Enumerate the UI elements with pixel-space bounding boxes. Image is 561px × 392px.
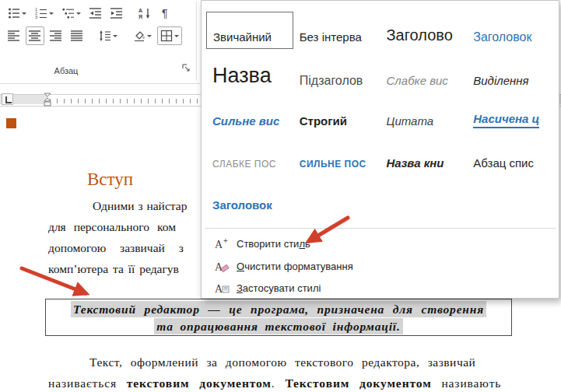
line-spacing-button[interactable]	[96, 26, 121, 45]
bullets-button[interactable]	[5, 4, 30, 23]
svg-text:А: А	[138, 8, 142, 13]
tab-stop-icon	[5, 96, 12, 103]
menu-separator	[205, 228, 556, 229]
borders-button[interactable]	[157, 26, 182, 45]
red-arrow-to-definition	[17, 261, 98, 302]
gallery-style-book-title[interactable]: Назва кни	[380, 156, 468, 175]
text-run-bold: текстовим документом	[127, 376, 272, 390]
shading-button[interactable]	[130, 26, 155, 45]
svg-text:А: А	[215, 283, 223, 295]
multilevel-list-button[interactable]	[59, 4, 84, 23]
svg-text:А: А	[215, 239, 223, 250]
align-right-icon	[50, 30, 62, 42]
definition-text-box[interactable]: Текстовий редактор — це програма, призна…	[45, 299, 512, 336]
definition-line: та опрацювання текстової інформації.	[154, 318, 402, 334]
gallery-style-subtitle[interactable]: Підзаголов	[293, 74, 380, 93]
gallery-row: Звичайний Без інтерва Заголово Заголовок	[206, 12, 554, 49]
multilevel-list-icon	[62, 7, 75, 19]
gallery-style-list-paragraph[interactable]: Абзац спис	[467, 156, 554, 175]
decrease-indent-button[interactable]	[86, 4, 105, 23]
ribbon-row-1: 1 2 3	[5, 4, 175, 23]
dialog-launcher-icon	[181, 63, 192, 74]
increase-indent-button[interactable]	[107, 4, 126, 23]
decrease-indent-icon	[89, 7, 102, 19]
gallery-style-intense-reference[interactable]: СИЛЬНЕ ПОС	[293, 156, 380, 175]
dialog-launcher-button[interactable]	[181, 63, 192, 74]
gallery-style-quote[interactable]: Цитата	[380, 114, 468, 133]
shading-icon	[133, 30, 146, 42]
dropdown-caret-icon	[22, 12, 26, 17]
styles-gallery-dropdown: Звичайний Без інтерва Заголово Заголовок…	[201, 0, 559, 299]
sort-icon: А Я	[138, 7, 151, 19]
sort-button[interactable]: А Я	[135, 4, 154, 23]
line-spacing-icon	[99, 30, 111, 42]
gallery-style-normal[interactable]: Звичайний	[206, 12, 293, 49]
dropdown-caret-icon	[76, 12, 81, 17]
menu-item-apply-styles[interactable]: А Застосувати стилі	[205, 278, 556, 298]
svg-text:А: А	[215, 261, 223, 273]
tab-selector-button[interactable]	[2, 93, 13, 105]
menu-item-label: Застосувати стилі	[237, 282, 321, 294]
svg-text:+: +	[223, 237, 228, 245]
menu-item-clear-formatting[interactable]: А Очистити форматування	[205, 256, 556, 276]
document-heading[interactable]: Вступ	[87, 170, 133, 190]
gallery-style-intense-quote[interactable]: Насичена ц	[467, 112, 554, 133]
text-run: називають	[432, 376, 502, 390]
align-left-icon	[8, 30, 20, 42]
gallery-row: Сильне вис Строгий Цитата Насичена ц	[206, 100, 554, 133]
paragraph-line[interactable]: допомогою зазвичай з	[48, 241, 184, 255]
ribbon-paragraph-group: 1 2 3	[0, 0, 200, 87]
gallery-style-strong[interactable]: Строгий	[293, 114, 380, 133]
align-center-button[interactable]	[26, 26, 44, 45]
menu-item-create-style[interactable]: А + Створити стиль	[205, 233, 556, 254]
paragraph-line[interactable]: Одними з найстар	[93, 199, 187, 213]
gallery-style-subtle-emphasis[interactable]: Слабке вис	[380, 74, 468, 93]
text-run: .	[272, 376, 286, 390]
justify-icon	[71, 30, 83, 42]
align-center-icon	[29, 30, 41, 42]
create-style-icon: А +	[214, 237, 230, 250]
numbering-button[interactable]: 1 2 3	[32, 4, 57, 23]
text-run-bold: Текстовим документом	[285, 376, 431, 390]
paragraph-line[interactable]: називається текстовим документом. Тексто…	[48, 376, 501, 390]
indent-markers[interactable]	[44, 93, 53, 107]
gallery-style-emphasis[interactable]: Виділення	[467, 74, 554, 93]
paragraph-line[interactable]: для персонального ком	[48, 220, 176, 234]
gallery-row: Заголовок	[206, 187, 554, 217]
align-right-button[interactable]	[47, 26, 65, 45]
group-separator	[196, 2, 197, 81]
gallery-style-intense-emphasis[interactable]: Сильне вис	[206, 114, 293, 133]
apply-styles-icon: А	[214, 282, 230, 295]
svg-text:¶: ¶	[162, 7, 168, 19]
svg-text:Я: Я	[138, 14, 142, 19]
bullets-icon	[8, 7, 20, 19]
gallery-style-heading2[interactable]: Заголовок	[467, 30, 554, 49]
gallery-style-no-spacing[interactable]: Без інтерва	[293, 30, 380, 49]
justify-button[interactable]	[68, 26, 86, 45]
dropdown-caret-icon	[174, 35, 179, 40]
gallery-style-heading-custom[interactable]: Заголовок	[206, 198, 293, 217]
gallery-style-title[interactable]: Назва	[206, 64, 293, 93]
svg-text:3: 3	[35, 15, 37, 19]
change-marker	[6, 118, 16, 128]
borders-icon	[160, 30, 173, 42]
numbering-icon: 1 2 3	[35, 7, 47, 19]
menu-item-label: Очистити форматування	[237, 261, 353, 272]
clear-formatting-icon: А	[214, 260, 230, 273]
gallery-style-subtle-reference[interactable]: СЛАБКЕ ПОС	[206, 156, 293, 175]
gallery-style-heading1[interactable]: Заголово	[380, 26, 468, 49]
group-label-paragraph: Абзац	[0, 66, 132, 75]
dropdown-caret-icon	[147, 35, 152, 40]
dropdown-caret-icon	[49, 12, 54, 17]
increase-indent-icon	[110, 7, 123, 19]
red-arrow-to-create-style	[298, 212, 356, 249]
gallery-row: СЛАБКЕ ПОС СИЛЬНЕ ПОС Назва кни Абзац сп…	[206, 144, 554, 175]
ribbon-bottom-border	[0, 83, 200, 84]
ribbon-row-2	[5, 26, 182, 45]
align-left-button[interactable]	[5, 26, 23, 45]
pilcrow-icon: ¶	[160, 7, 172, 19]
text-run: називається	[48, 376, 127, 390]
show-marks-button[interactable]: ¶	[156, 4, 175, 23]
paragraph-line[interactable]: Текст, оформлений за допомогою текстовог…	[89, 355, 475, 369]
dropdown-caret-icon	[113, 35, 117, 40]
